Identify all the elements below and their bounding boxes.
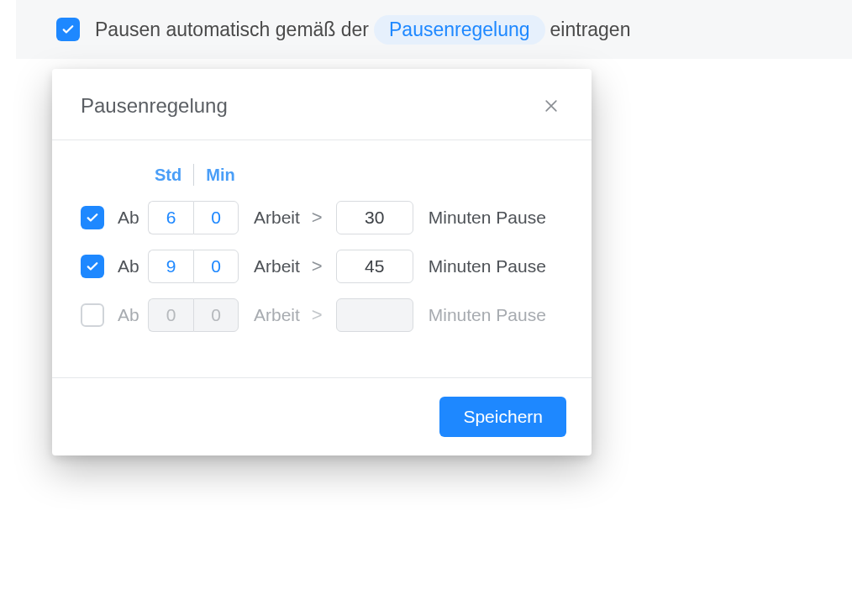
- break-rules-link[interactable]: Pausenregelung: [374, 15, 545, 45]
- modal-title: Pausenregelung: [81, 94, 228, 118]
- label-arbeit: Arbeit: [254, 305, 300, 325]
- rule-row: Ab 9 0 Arbeit > 45 Minuten Pause: [81, 250, 563, 283]
- label-minuten-pause: Minuten Pause: [429, 305, 546, 325]
- label-ab: Ab: [118, 256, 148, 276]
- header-min: Min: [206, 166, 234, 185]
- modal-footer: Speichern: [52, 377, 592, 455]
- rule-enable-checkbox[interactable]: [81, 206, 104, 229]
- close-icon: [543, 97, 560, 114]
- pause-input[interactable]: 45: [336, 250, 413, 283]
- close-button[interactable]: [539, 94, 563, 118]
- minutes-input[interactable]: 0: [193, 298, 239, 332]
- modal-header: Pausenregelung: [52, 69, 592, 140]
- header-std: Std: [155, 166, 181, 185]
- hours-input[interactable]: 9: [148, 250, 193, 283]
- minutes-input[interactable]: 0: [193, 201, 239, 234]
- rule-row: Ab 6 0 Arbeit > 30 Minuten Pause: [81, 201, 563, 234]
- arrow-icon: >: [312, 255, 323, 277]
- break-rules-modal: Pausenregelung Std Min Ab 6 0 Arbeit > 3: [52, 69, 592, 455]
- arrow-icon: >: [312, 304, 323, 326]
- auto-break-label-before: Pausen automatisch gemäß der: [95, 18, 369, 41]
- check-icon: [85, 210, 100, 225]
- save-button[interactable]: Speichern: [439, 397, 566, 437]
- check-icon: [60, 22, 76, 37]
- rule-enable-checkbox[interactable]: [81, 303, 104, 327]
- label-minuten-pause: Minuten Pause: [429, 208, 546, 228]
- minutes-input[interactable]: 0: [193, 250, 239, 283]
- hours-input[interactable]: 6: [148, 201, 193, 234]
- rule-row: Ab 0 0 Arbeit > Minuten Pause: [81, 298, 563, 332]
- auto-break-setting-row: Pausen automatisch gemäß der Pausenregel…: [16, 0, 852, 59]
- label-arbeit: Arbeit: [254, 208, 300, 228]
- label-ab: Ab: [118, 208, 148, 228]
- header-divider: [193, 164, 194, 186]
- modal-body: Std Min Ab 6 0 Arbeit > 30 Minuten Pause: [52, 140, 592, 377]
- auto-break-label-after: eintragen: [550, 18, 631, 41]
- column-header: Std Min: [155, 164, 563, 186]
- label-arbeit: Arbeit: [254, 256, 300, 276]
- hours-input[interactable]: 0: [148, 298, 193, 332]
- label-ab: Ab: [118, 305, 148, 325]
- auto-break-checkbox[interactable]: [56, 18, 80, 41]
- check-icon: [85, 259, 100, 274]
- rule-enable-checkbox[interactable]: [81, 255, 104, 278]
- arrow-icon: >: [312, 207, 323, 229]
- pause-input[interactable]: 30: [336, 201, 413, 234]
- pause-input[interactable]: [336, 298, 413, 332]
- label-minuten-pause: Minuten Pause: [429, 256, 546, 276]
